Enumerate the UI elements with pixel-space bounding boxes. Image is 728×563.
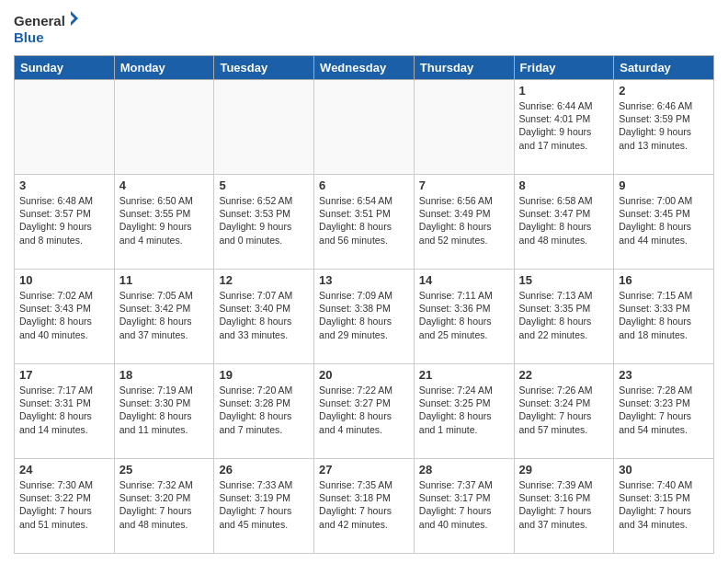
day-info: Sunrise: 6:44 AMSunset: 4:01 PMDaylight:… bbox=[519, 99, 609, 152]
day-number: 3 bbox=[19, 178, 109, 192]
day-info: Sunrise: 7:20 AMSunset: 3:28 PMDaylight:… bbox=[219, 384, 309, 436]
day-number: 12 bbox=[219, 273, 309, 287]
day-number: 7 bbox=[419, 178, 509, 192]
day-number: 21 bbox=[419, 368, 509, 382]
calendar-cell: 28Sunrise: 7:37 AMSunset: 3:17 PMDayligh… bbox=[414, 459, 514, 554]
calendar-cell: 15Sunrise: 7:13 AMSunset: 3:35 PMDayligh… bbox=[514, 270, 614, 364]
calendar-cell bbox=[214, 80, 314, 175]
day-info: Sunrise: 7:00 AMSunset: 3:45 PMDaylight:… bbox=[619, 194, 709, 247]
calendar-cell: 30Sunrise: 7:40 AMSunset: 3:15 PMDayligh… bbox=[614, 459, 714, 554]
day-info: Sunrise: 7:33 AMSunset: 3:19 PMDaylight:… bbox=[219, 478, 309, 531]
day-info: Sunrise: 7:09 AMSunset: 3:38 PMDaylight:… bbox=[319, 289, 409, 341]
weekday-friday: Friday bbox=[514, 56, 614, 80]
page: General Blue SundayMondayTuesdayWednesda… bbox=[0, 0, 728, 563]
calendar-cell: 5Sunrise: 6:52 AMSunset: 3:53 PMDaylight… bbox=[214, 175, 314, 270]
calendar-cell: 10Sunrise: 7:02 AMSunset: 3:43 PMDayligh… bbox=[15, 270, 115, 364]
day-info: Sunrise: 6:48 AMSunset: 3:57 PMDaylight:… bbox=[19, 194, 109, 247]
calendar-cell: 6Sunrise: 6:54 AMSunset: 3:51 PMDaylight… bbox=[314, 175, 415, 270]
day-number: 20 bbox=[319, 368, 409, 382]
day-number: 8 bbox=[519, 178, 609, 192]
weekday-header-row: SundayMondayTuesdayWednesdayThursdayFrid… bbox=[15, 56, 714, 80]
calendar-cell: 29Sunrise: 7:39 AMSunset: 3:16 PMDayligh… bbox=[514, 459, 614, 554]
day-number: 24 bbox=[19, 463, 109, 477]
day-number: 6 bbox=[319, 178, 409, 192]
day-number: 14 bbox=[419, 273, 509, 287]
day-info: Sunrise: 7:17 AMSunset: 3:31 PMDaylight:… bbox=[19, 384, 109, 436]
svg-text:Blue: Blue bbox=[14, 29, 44, 45]
day-info: Sunrise: 6:46 AMSunset: 3:59 PMDaylight:… bbox=[619, 99, 709, 152]
weekday-wednesday: Wednesday bbox=[314, 56, 415, 80]
day-info: Sunrise: 7:26 AMSunset: 3:24 PMDaylight:… bbox=[519, 384, 609, 436]
day-info: Sunrise: 7:22 AMSunset: 3:27 PMDaylight:… bbox=[319, 384, 409, 436]
day-info: Sunrise: 6:50 AMSunset: 3:55 PMDaylight:… bbox=[119, 194, 210, 247]
day-number: 26 bbox=[219, 463, 309, 477]
calendar-cell: 17Sunrise: 7:17 AMSunset: 3:31 PMDayligh… bbox=[15, 364, 115, 459]
day-number: 11 bbox=[119, 273, 210, 287]
day-number: 9 bbox=[619, 178, 709, 192]
week-row-1: 1Sunrise: 6:44 AMSunset: 4:01 PMDaylight… bbox=[15, 80, 714, 175]
calendar-cell: 14Sunrise: 7:11 AMSunset: 3:36 PMDayligh… bbox=[414, 270, 514, 364]
day-number: 16 bbox=[619, 273, 709, 287]
calendar-cell bbox=[314, 80, 415, 175]
calendar-cell: 1Sunrise: 6:44 AMSunset: 4:01 PMDaylight… bbox=[514, 80, 614, 175]
day-number: 1 bbox=[519, 84, 609, 98]
day-info: Sunrise: 7:13 AMSunset: 3:35 PMDaylight:… bbox=[519, 289, 609, 341]
logo: General Blue bbox=[14, 9, 78, 48]
weekday-sunday: Sunday bbox=[15, 56, 115, 80]
day-info: Sunrise: 7:07 AMSunset: 3:40 PMDaylight:… bbox=[219, 289, 309, 341]
day-number: 4 bbox=[119, 178, 210, 192]
day-info: Sunrise: 7:32 AMSunset: 3:20 PMDaylight:… bbox=[119, 478, 210, 531]
calendar-cell: 2Sunrise: 6:46 AMSunset: 3:59 PMDaylight… bbox=[614, 80, 714, 175]
weekday-saturday: Saturday bbox=[614, 56, 714, 80]
calendar-cell: 20Sunrise: 7:22 AMSunset: 3:27 PMDayligh… bbox=[314, 364, 415, 459]
calendar-cell: 18Sunrise: 7:19 AMSunset: 3:30 PMDayligh… bbox=[114, 364, 214, 459]
weekday-monday: Monday bbox=[114, 56, 214, 80]
calendar-cell: 7Sunrise: 6:56 AMSunset: 3:49 PMDaylight… bbox=[414, 175, 514, 270]
calendar-cell: 19Sunrise: 7:20 AMSunset: 3:28 PMDayligh… bbox=[214, 364, 314, 459]
day-number: 13 bbox=[319, 273, 409, 287]
weekday-thursday: Thursday bbox=[414, 56, 514, 80]
day-number: 23 bbox=[619, 368, 709, 382]
week-row-2: 3Sunrise: 6:48 AMSunset: 3:57 PMDaylight… bbox=[15, 175, 714, 270]
svg-marker-2 bbox=[71, 11, 78, 26]
day-info: Sunrise: 7:40 AMSunset: 3:15 PMDaylight:… bbox=[619, 478, 709, 531]
day-number: 28 bbox=[419, 463, 509, 477]
svg-text:General: General bbox=[14, 13, 65, 29]
calendar-cell: 26Sunrise: 7:33 AMSunset: 3:19 PMDayligh… bbox=[214, 459, 314, 554]
calendar-cell: 11Sunrise: 7:05 AMSunset: 3:42 PMDayligh… bbox=[114, 270, 214, 364]
calendar-cell: 9Sunrise: 7:00 AMSunset: 3:45 PMDaylight… bbox=[614, 175, 714, 270]
calendar-cell: 24Sunrise: 7:30 AMSunset: 3:22 PMDayligh… bbox=[15, 459, 115, 554]
calendar-cell: 16Sunrise: 7:15 AMSunset: 3:33 PMDayligh… bbox=[614, 270, 714, 364]
day-number: 10 bbox=[19, 273, 109, 287]
day-info: Sunrise: 7:19 AMSunset: 3:30 PMDaylight:… bbox=[119, 384, 210, 436]
day-info: Sunrise: 7:37 AMSunset: 3:17 PMDaylight:… bbox=[419, 478, 509, 531]
week-row-3: 10Sunrise: 7:02 AMSunset: 3:43 PMDayligh… bbox=[15, 270, 714, 364]
day-number: 5 bbox=[219, 178, 309, 192]
day-info: Sunrise: 7:35 AMSunset: 3:18 PMDaylight:… bbox=[319, 478, 409, 531]
week-row-5: 24Sunrise: 7:30 AMSunset: 3:22 PMDayligh… bbox=[15, 459, 714, 554]
day-info: Sunrise: 6:54 AMSunset: 3:51 PMDaylight:… bbox=[319, 194, 409, 247]
calendar-cell: 13Sunrise: 7:09 AMSunset: 3:38 PMDayligh… bbox=[314, 270, 415, 364]
calendar-cell: 12Sunrise: 7:07 AMSunset: 3:40 PMDayligh… bbox=[214, 270, 314, 364]
day-number: 25 bbox=[119, 463, 210, 477]
day-info: Sunrise: 7:05 AMSunset: 3:42 PMDaylight:… bbox=[119, 289, 210, 341]
day-info: Sunrise: 6:56 AMSunset: 3:49 PMDaylight:… bbox=[419, 194, 509, 247]
day-info: Sunrise: 7:39 AMSunset: 3:16 PMDaylight:… bbox=[519, 478, 609, 531]
day-number: 30 bbox=[619, 463, 709, 477]
day-number: 19 bbox=[219, 368, 309, 382]
calendar-cell: 3Sunrise: 6:48 AMSunset: 3:57 PMDaylight… bbox=[15, 175, 115, 270]
weekday-tuesday: Tuesday bbox=[214, 56, 314, 80]
week-row-4: 17Sunrise: 7:17 AMSunset: 3:31 PMDayligh… bbox=[15, 364, 714, 459]
day-number: 22 bbox=[519, 368, 609, 382]
calendar-cell: 8Sunrise: 6:58 AMSunset: 3:47 PMDaylight… bbox=[514, 175, 614, 270]
calendar: SundayMondayTuesdayWednesdayThursdayFrid… bbox=[14, 55, 714, 554]
calendar-cell bbox=[414, 80, 514, 175]
day-number: 17 bbox=[19, 368, 109, 382]
calendar-cell bbox=[114, 80, 214, 175]
calendar-cell: 27Sunrise: 7:35 AMSunset: 3:18 PMDayligh… bbox=[314, 459, 415, 554]
calendar-cell: 4Sunrise: 6:50 AMSunset: 3:55 PMDaylight… bbox=[114, 175, 214, 270]
day-info: Sunrise: 6:52 AMSunset: 3:53 PMDaylight:… bbox=[219, 194, 309, 247]
day-number: 18 bbox=[119, 368, 210, 382]
day-info: Sunrise: 6:58 AMSunset: 3:47 PMDaylight:… bbox=[519, 194, 609, 247]
day-info: Sunrise: 7:24 AMSunset: 3:25 PMDaylight:… bbox=[419, 384, 509, 436]
